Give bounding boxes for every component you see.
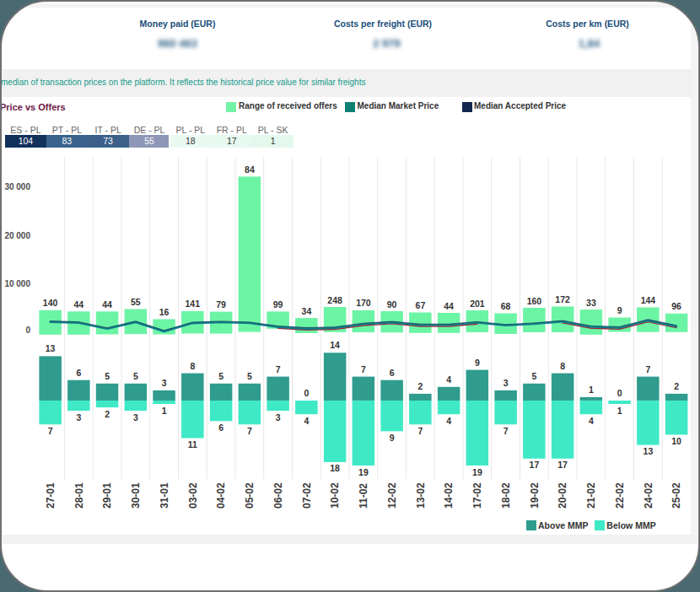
svg-text:44: 44: [102, 299, 112, 309]
svg-text:13: 13: [643, 446, 654, 456]
svg-text:2: 2: [105, 409, 110, 419]
svg-text:5: 5: [218, 371, 223, 381]
svg-text:17-02: 17-02: [471, 482, 483, 509]
svg-text:28-01: 28-01: [73, 482, 85, 509]
svg-text:2: 2: [417, 381, 423, 391]
svg-text:9: 9: [475, 358, 480, 368]
svg-text:55: 55: [131, 297, 141, 307]
svg-text:7: 7: [247, 426, 252, 436]
svg-text:68: 68: [501, 301, 511, 311]
svg-text:14: 14: [330, 340, 340, 350]
svg-text:31-01: 31-01: [159, 482, 170, 509]
svg-text:201: 201: [470, 299, 485, 309]
svg-text:6: 6: [76, 368, 81, 378]
svg-text:6: 6: [218, 422, 223, 433]
svg-text:4: 4: [446, 416, 451, 426]
svg-text:14-02: 14-02: [443, 482, 455, 509]
svg-text:0: 0: [617, 388, 622, 398]
svg-text:99: 99: [273, 299, 283, 309]
svg-text:17: 17: [530, 460, 540, 470]
svg-text:44: 44: [73, 299, 83, 309]
svg-text:172: 172: [555, 294, 570, 304]
svg-text:29-01: 29-01: [101, 482, 113, 509]
svg-text:3: 3: [162, 378, 167, 388]
svg-text:7: 7: [361, 364, 366, 374]
svg-text:25-02: 25-02: [670, 482, 682, 509]
svg-text:79: 79: [216, 299, 226, 309]
svg-text:5: 5: [105, 371, 110, 381]
svg-text:7: 7: [503, 426, 509, 436]
svg-text:7: 7: [417, 426, 423, 436]
svg-text:3: 3: [276, 412, 281, 422]
svg-text:19-02: 19-02: [529, 482, 541, 509]
svg-text:3: 3: [76, 412, 81, 422]
svg-text:9: 9: [390, 433, 395, 443]
svg-text:5: 5: [247, 371, 252, 381]
svg-text:10 000: 10 000: [4, 279, 30, 288]
svg-text:06-02: 06-02: [272, 482, 284, 509]
svg-text:160: 160: [527, 296, 542, 306]
svg-text:19: 19: [472, 467, 482, 477]
svg-text:11: 11: [188, 439, 197, 449]
svg-text:12-02: 12-02: [386, 482, 398, 509]
svg-text:33: 33: [586, 298, 596, 308]
svg-text:3: 3: [133, 412, 138, 422]
svg-text:84: 84: [245, 164, 255, 175]
svg-text:8: 8: [190, 361, 195, 371]
svg-text:4: 4: [446, 374, 451, 385]
svg-text:19: 19: [358, 467, 369, 477]
svg-text:140: 140: [43, 298, 58, 308]
svg-text:7: 7: [276, 364, 281, 374]
svg-text:21-02: 21-02: [585, 482, 597, 509]
svg-text:18: 18: [330, 463, 340, 473]
svg-text:07-02: 07-02: [301, 482, 313, 509]
svg-text:17: 17: [557, 460, 568, 470]
svg-text:0: 0: [304, 388, 309, 398]
svg-text:4: 4: [304, 416, 309, 426]
svg-text:4: 4: [589, 416, 594, 426]
svg-text:11-02: 11-02: [358, 483, 369, 509]
svg-text:20-02: 20-02: [557, 482, 568, 509]
svg-text:144: 144: [641, 295, 656, 305]
svg-text:16: 16: [159, 307, 170, 317]
svg-text:18-02: 18-02: [500, 482, 512, 509]
svg-text:44: 44: [444, 301, 454, 311]
svg-text:20 000: 20 000: [4, 231, 30, 240]
svg-text:05-02: 05-02: [244, 482, 256, 509]
svg-text:170: 170: [356, 298, 371, 308]
svg-text:1: 1: [589, 385, 594, 395]
svg-text:2: 2: [674, 381, 679, 391]
svg-text:30 000: 30 000: [4, 182, 30, 191]
svg-text:03-02: 03-02: [187, 482, 199, 509]
svg-text:248: 248: [327, 295, 342, 305]
svg-text:0: 0: [25, 326, 30, 335]
svg-text:90: 90: [387, 299, 397, 309]
svg-text:3: 3: [503, 378, 509, 388]
svg-text:1: 1: [617, 406, 622, 416]
svg-text:7: 7: [645, 364, 650, 374]
svg-text:67: 67: [416, 300, 426, 310]
svg-text:13-02: 13-02: [415, 482, 427, 509]
svg-text:9: 9: [617, 305, 622, 315]
svg-text:27-01: 27-01: [45, 482, 57, 509]
svg-text:8: 8: [560, 361, 565, 371]
svg-text:10-02: 10-02: [329, 482, 341, 509]
svg-text:30-01: 30-01: [130, 482, 142, 509]
svg-text:96: 96: [671, 301, 681, 311]
svg-text:10: 10: [671, 436, 681, 446]
svg-text:7: 7: [48, 426, 53, 436]
svg-text:5: 5: [133, 371, 138, 381]
svg-text:1: 1: [162, 406, 167, 416]
svg-text:34: 34: [302, 306, 312, 316]
svg-text:04-02: 04-02: [215, 482, 227, 509]
svg-text:13: 13: [46, 343, 56, 353]
svg-text:5: 5: [531, 371, 536, 381]
svg-text:24-02: 24-02: [643, 482, 654, 509]
svg-text:141: 141: [186, 299, 201, 309]
svg-text:22-02: 22-02: [614, 482, 626, 509]
svg-text:6: 6: [390, 368, 395, 378]
